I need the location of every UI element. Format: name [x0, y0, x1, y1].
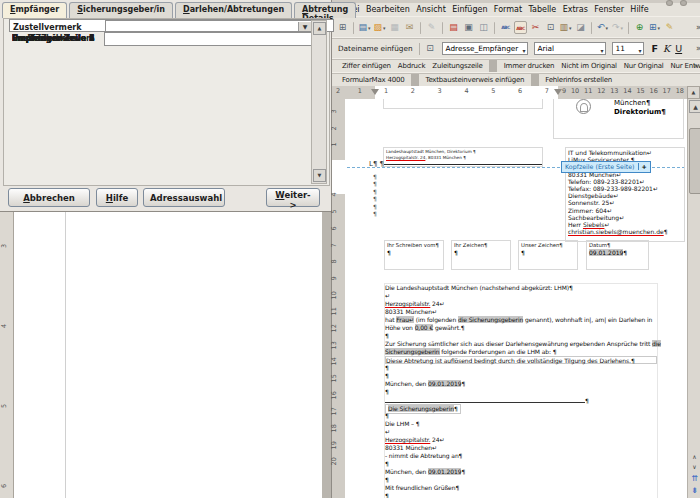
header-plus-button[interactable]: + [638, 163, 647, 170]
adressauswahl-button[interactable]: Adressauswahl [143, 188, 225, 207]
apply-field-icon[interactable]: ⊡ [424, 42, 437, 55]
paragraph-style-combobox[interactable]: Adresse_Empfänger▾ [442, 42, 528, 55]
left-writer-document[interactable]: 3 4 5 6 [0, 211, 322, 498]
scroll-up-icon[interactable]: ▲ [313, 22, 326, 35]
toolbar-icon[interactable] [591, 22, 592, 34]
field-label: Zustellvermerk [13, 22, 82, 32]
menu-item[interactable]: Einfügen [449, 5, 491, 14]
spellcheck-icon[interactable]: ABC [499, 21, 512, 34]
horizontal-ruler[interactable]: 21 1234567 9101112131415161718 ▲ [332, 86, 700, 100]
page-preview-icon[interactable]: ◫ [477, 21, 490, 34]
tab-darlehen-abtretungen[interactable]: Darlehen/Abtretungen [175, 2, 292, 18]
combo-arrow-icon[interactable]: ▾ [601, 45, 604, 55]
abbrechen-button[interactable]: Abbrechen [8, 188, 90, 207]
auto-spellcheck-icon[interactable]: ABC [514, 21, 527, 34]
hilfe-button[interactable]: Hilfe [96, 188, 138, 207]
toolbar-button[interactable] [531, 74, 539, 86]
toolbar-button[interactable]: Immer drucken [500, 62, 558, 70]
toolbar-overflow-icon[interactable]: » [690, 62, 700, 70]
combo-arrow-icon[interactable]: ▼ [298, 22, 311, 32]
menu-item[interactable]: Format [491, 5, 526, 14]
insert-fields-icon[interactable]: ⊞ [336, 21, 349, 34]
org-dept: Direktorium¶ [614, 108, 666, 116]
scroll-down-icon[interactable]: ▼ [313, 169, 326, 182]
toolbar-button[interactable]: Zuleitungszeile [429, 62, 486, 70]
document-page[interactable]: München¶ Direktorium¶ Landeshauptstadt M… [345, 99, 687, 498]
underline-button[interactable]: U [675, 43, 682, 54]
scroll-up-icon[interactable]: ▲ [687, 86, 700, 99]
menu-item[interactable]: Tabelle [525, 5, 559, 14]
font-name-combobox[interactable]: Arial▾ [534, 42, 606, 55]
edit-file-icon[interactable]: ✎ [425, 21, 438, 34]
font-size-combobox[interactable]: 11▾ [612, 42, 644, 55]
ref-box-ihr-zeichen: Ihr Zeichen¶ ¶ [451, 240, 511, 270]
vertical-scrollbar[interactable]: ▲ ∧ ∨ ⇈ ⇟ [687, 99, 700, 498]
insert-filename-button[interactable]: Dateiname einfügen [335, 42, 416, 55]
ref-box-unser-zeichen: Unser Zeichen¶ ¶ [518, 240, 578, 270]
toolbar-icon[interactable] [353, 22, 354, 34]
toolbar-button[interactable]: Textbausteinverweis einfügen [422, 76, 528, 84]
toolbar-buttons: FormularMax 4000Textbausteinverweis einf… [335, 74, 619, 86]
toolbar-icon[interactable] [442, 22, 443, 34]
menu-item[interactable]: Extras [559, 5, 591, 14]
header-tag[interactable]: Kopfzeile (Erste Seite)+ [561, 161, 651, 173]
menu-item[interactable]: Bearbeiten [363, 5, 413, 14]
hyperlink-globe-icon[interactable]: ⊕ [633, 21, 646, 34]
bold-button[interactable]: F [652, 43, 659, 54]
previous-page-icon[interactable]: ⇈ [689, 473, 700, 484]
weiter-button[interactable]: Weiter-> [266, 188, 320, 207]
insert-table-icon[interactable]: ⊞ [648, 21, 661, 34]
toolbar-button[interactable]: Nicht im Original [558, 62, 620, 70]
tab-abtretung-details[interactable]: Abtretung Details [294, 2, 356, 18]
format-paintbrush-icon[interactable]: ◪ [574, 21, 587, 34]
combo-arrow-icon[interactable]: ▾ [639, 45, 642, 55]
empfaenger-dialog: EmpfängerSicherungsgeber/inDarlehen/Abtr… [0, 0, 331, 212]
indent-marker[interactable] [554, 89, 562, 95]
vertical-ruler[interactable]: 3214567891011121314151617181920 [332, 99, 346, 498]
draw-functions-icon[interactable]: ✎ [663, 21, 676, 34]
toolbar-button[interactable]: Ziffer einfügen [339, 62, 395, 70]
paste-icon[interactable]: ▥ [559, 21, 572, 34]
field-input[interactable]: ▼ [105, 20, 313, 32]
toolbar-icon[interactable] [494, 22, 495, 34]
copy-icon[interactable]: ⊡ [544, 21, 557, 34]
cut-icon[interactable]: ✂ [529, 21, 542, 34]
chevron-down-icon[interactable]: ∨ [689, 461, 700, 472]
menu-item[interactable]: Fenster [591, 5, 627, 14]
new-document-icon[interactable]: ▤ [358, 21, 371, 34]
toolbar-button[interactable] [411, 74, 419, 86]
next-page-icon[interactable]: ⇟ [689, 485, 700, 496]
undo-icon[interactable]: ↶ [596, 21, 609, 34]
tab-empfaenger[interactable]: Empfänger [2, 2, 67, 18]
toolbar-button[interactable]: FormularMax 4000 [339, 76, 409, 84]
scroll-up-icon[interactable]: ▲ [689, 100, 700, 113]
scrollbar-thumb[interactable] [689, 128, 700, 194]
toolbar-overflow-icon[interactable]: » [696, 44, 700, 53]
email-icon[interactable]: ✉ [403, 21, 416, 34]
open-folder-icon[interactable]: ▨ [373, 21, 386, 34]
dialog-tab-bar: EmpfängerSicherungsgeber/inDarlehen/Abtr… [2, 2, 329, 18]
field-input[interactable]: ▼ [104, 32, 312, 46]
toolbar-button[interactable]: Nur Original [620, 62, 667, 70]
text-boundary-line [65, 212, 66, 498]
toolbar-overflow-icon[interactable]: » [696, 23, 700, 32]
tab-sicherungsgeber-in[interactable]: Sicherungsgeber/in [69, 2, 173, 18]
toolbar-button[interactable]: Abdruck [394, 62, 429, 70]
body-text: Die Landeshauptstadt München (nachstehen… [384, 283, 658, 498]
print-icon[interactable]: ▣ [462, 21, 475, 34]
menu-item[interactable]: Ansicht [413, 5, 449, 14]
toolbar-icon[interactable] [628, 22, 629, 34]
combo-arrow-icon[interactable]: ▾ [523, 45, 526, 55]
toolbar-icon[interactable] [420, 22, 421, 34]
save-icon[interactable]: ▦ [388, 21, 401, 34]
export-pdf-icon[interactable]: ▤ [447, 21, 460, 34]
dialog-fields: Zustellvermerk ▼ Empfänger Zeile 1 ▼ Emp… [4, 19, 329, 32]
menu-item[interactable]: Hilfe [627, 5, 652, 14]
redo-icon[interactable]: ↷ [611, 21, 624, 34]
sender-block: Landeshauptstadt München, Direktorium ¶ … [383, 147, 543, 167]
dialog-scrollbar[interactable]: ▲ ▼ [311, 20, 327, 184]
italic-button[interactable]: K [663, 43, 670, 54]
toolbar-button[interactable] [489, 60, 497, 72]
toolbar-button[interactable]: Fehlerinfos erstellen [542, 76, 616, 84]
indent-marker[interactable] [371, 89, 379, 95]
